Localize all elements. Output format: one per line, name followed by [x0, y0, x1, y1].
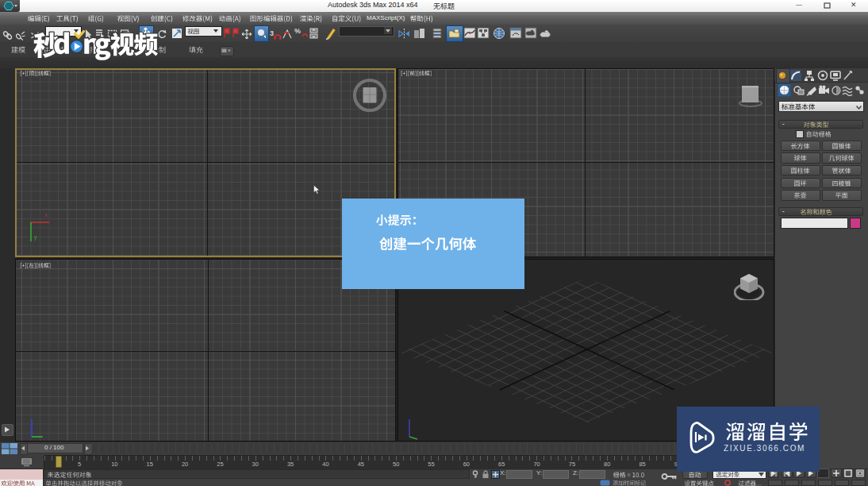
svg-text:x: x — [44, 212, 48, 218]
svg-text:y: y — [34, 234, 37, 241]
